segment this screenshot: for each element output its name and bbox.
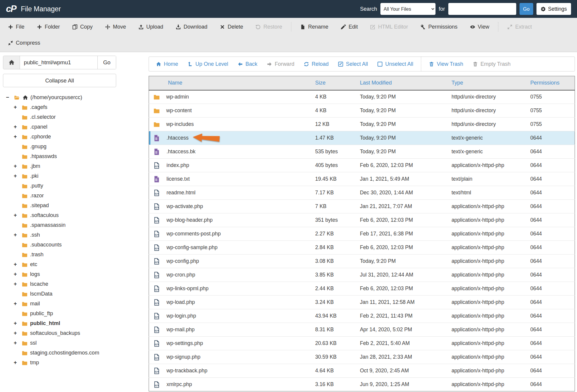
- toolbar-edit-button[interactable]: Edit: [335, 19, 364, 35]
- toolbar-delete-button[interactable]: Delete: [214, 19, 249, 35]
- tree-expand-icon[interactable]: +: [14, 232, 21, 238]
- column-header-last-modified[interactable]: Last Modified: [357, 76, 449, 90]
- tree-item-cagefs[interactable]: +.cagefs: [3, 102, 145, 112]
- nav-reload-button[interactable]: Reload: [299, 57, 333, 71]
- tree-expand-icon[interactable]: +: [14, 163, 21, 169]
- toolbar-folder-button[interactable]: Folder: [31, 19, 66, 35]
- file-row-wp-activate-php[interactable]: wp-activate.php7 KBJan 21, 2021, 7:07 AM…: [149, 200, 575, 213]
- tree-expand-icon[interactable]: +: [14, 281, 21, 287]
- file-row-license-txt[interactable]: license.txt19.45 KBJan 1, 2021, 5:49 AMt…: [149, 172, 575, 186]
- tree-item-sitepad[interactable]: .sitepad: [3, 201, 145, 210]
- tree-item-mail[interactable]: +mail: [3, 299, 145, 309]
- tree-collapse-icon[interactable]: −: [6, 94, 14, 101]
- nav-back-button[interactable]: Back: [233, 57, 262, 71]
- tree-item-subaccounts[interactable]: .subaccounts: [3, 240, 145, 250]
- file-row-wp-config-php[interactable]: wp-config.php3.08 KBToday, 9:20 PMapplic…: [149, 254, 575, 268]
- file-row-wp-blog-header-php[interactable]: wp-blog-header.php351 bytesFeb 6, 2020, …: [149, 213, 575, 227]
- nav-view-trash-button[interactable]: View Trash: [424, 57, 468, 71]
- toolbar-file-button[interactable]: File: [2, 19, 31, 35]
- tree-item-jbm[interactable]: +.jbm: [3, 161, 145, 171]
- search-input[interactable]: [448, 3, 516, 15]
- toolbar-copy-button[interactable]: Copy: [66, 19, 99, 35]
- file-row-wp-mail-php[interactable]: wp-mail.php8.31 KBApr 14, 2020, 5:02 PMa…: [149, 323, 575, 337]
- tree-expand-icon[interactable]: +: [14, 173, 21, 179]
- tree-item-cphorde[interactable]: +.cphorde: [3, 132, 145, 142]
- file-permissions: 0644: [528, 254, 575, 268]
- tree-item-cl-selector[interactable]: .cl.selector: [3, 112, 145, 122]
- file-row-wp-signup-php[interactable]: wp-signup.php30.59 KBJan 28, 2021, 2:33 …: [149, 350, 575, 364]
- tree-item-staging-cchostingdemos-com[interactable]: staging.cchostingdemos.com: [3, 348, 145, 358]
- file-row-wp-config-sample-php[interactable]: wp-config-sample.php2.84 KBFeb 6, 2020, …: [149, 241, 575, 254]
- nav-home-button[interactable]: Home: [151, 57, 183, 71]
- tree-expand-icon[interactable]: +: [14, 330, 21, 336]
- file-row-readme-html[interactable]: readme.html7.17 KBDec 30, 2020, 1:44 AMt…: [149, 186, 575, 200]
- tree-expand-icon[interactable]: +: [14, 271, 21, 277]
- tree-expand-icon[interactable]: +: [14, 212, 21, 218]
- tree-item-softaculous-backups[interactable]: +softaculous_backups: [3, 328, 145, 338]
- tree-item-spamassassin[interactable]: .spamassassin: [3, 220, 145, 230]
- file-row-wp-settings-php[interactable]: wp-settings.php20.63 KBFeb 2, 2021, 5:40…: [149, 337, 575, 350]
- tree-expand-icon[interactable]: +: [14, 320, 21, 327]
- toolbar-view-button[interactable]: View: [464, 19, 496, 35]
- file-row-wp-links-opml-php[interactable]: wp-links-opml.php2.44 KBFeb 6, 2020, 12:…: [149, 282, 575, 296]
- tree-item-trash[interactable]: .trash: [3, 250, 145, 260]
- settings-button[interactable]: Settings: [536, 3, 571, 15]
- tree-item-gnupg[interactable]: .gnupg: [3, 142, 145, 152]
- file-row-wp-login-php[interactable]: wp-login.php43.94 KBFeb 2, 2021, 11:43 P…: [149, 309, 575, 323]
- path-go-button[interactable]: Go: [97, 56, 116, 69]
- tree-item-tmp[interactable]: +tmp: [3, 358, 145, 368]
- file-row-wp-comments-post-php[interactable]: wp-comments-post.php2.27 KBFeb 17, 2021,…: [149, 227, 575, 241]
- column-header-permissions[interactable]: Permissions: [528, 76, 575, 90]
- tree-item-htpasswds[interactable]: .htpasswds: [3, 152, 145, 161]
- file-row-wp-includes[interactable]: wp-includes12 KBToday, 9:20 PMhttpd/unix…: [149, 118, 575, 131]
- tree-item-public-ftp[interactable]: public_ftp: [3, 309, 145, 318]
- nav-up-one-level-button[interactable]: Up One Level: [183, 57, 233, 71]
- search-scope-select[interactable]: All Your Files: [380, 3, 436, 15]
- toolbar-compress-button[interactable]: Compress: [2, 35, 46, 51]
- tree-item-lscmdata[interactable]: lscmData: [3, 289, 145, 299]
- file-row-index-php[interactable]: index.php405 bytesFeb 6, 2020, 12:03 PMa…: [149, 159, 575, 172]
- tree-item-ssh[interactable]: +.ssh: [3, 230, 145, 240]
- tree-item-logs[interactable]: +logs: [3, 269, 145, 279]
- tree-item-razor[interactable]: .razor: [3, 191, 145, 201]
- file-row-htaccess-bk[interactable]: .htaccess.bk535 bytesToday, 9:20 PMtext/…: [149, 145, 575, 159]
- tree-expand-icon[interactable]: +: [14, 104, 21, 110]
- nav-select-all-button[interactable]: Select All: [333, 57, 373, 71]
- file-row-wp-cron-php[interactable]: wp-cron.php3.85 KBJul 31, 2020, 12:44 AM…: [149, 268, 575, 282]
- tree-item-label: .subaccounts: [30, 242, 62, 248]
- search-go-button[interactable]: Go: [520, 3, 533, 15]
- toolbar-download-button[interactable]: Download: [169, 19, 214, 35]
- toolbar-permissions-button[interactable]: Permissions: [414, 19, 464, 35]
- tree-expand-icon[interactable]: +: [14, 261, 21, 268]
- tree-expand-icon[interactable]: +: [14, 134, 21, 140]
- tree-item-ssl[interactable]: +ssl: [3, 338, 145, 348]
- nav-unselect-all-button[interactable]: Unselect All: [373, 57, 418, 71]
- toolbar-upload-button[interactable]: Upload: [132, 19, 169, 35]
- file-row-wp-load-php[interactable]: wp-load.php3.24 KBJan 11, 2021, 12:58 AM…: [149, 296, 575, 309]
- tree-item-cpanel[interactable]: +.cpanel: [3, 122, 145, 132]
- tree-item-putty[interactable]: .putty: [3, 181, 145, 191]
- collapse-all-button[interactable]: Collapse All: [3, 74, 116, 87]
- tree-expand-icon[interactable]: +: [14, 301, 21, 307]
- file-row-xmlrpc-php[interactable]: xmlrpc.php3.16 KBJun 9, 2020, 1:25 AMapp…: [149, 378, 575, 391]
- tree-item-pki[interactable]: +.pki: [3, 171, 145, 181]
- column-header-name[interactable]: Name: [149, 76, 313, 90]
- tree-expand-icon[interactable]: +: [14, 124, 21, 130]
- tree-expand-icon[interactable]: +: [14, 360, 21, 366]
- file-row-wp-trackback-php[interactable]: wp-trackback.php4.64 KBOct 9, 2020, 2:45…: [149, 364, 575, 378]
- path-home-button[interactable]: [3, 56, 20, 69]
- toolbar-rename-button[interactable]: Rename: [294, 19, 335, 35]
- path-input[interactable]: [20, 56, 97, 69]
- tree-item-lscache[interactable]: +lscache: [3, 279, 145, 289]
- tree-expand-icon[interactable]: +: [14, 340, 21, 346]
- file-row-htaccess[interactable]: .htaccess1.47 KBToday, 9:20 PMtext/x-gen…: [149, 131, 575, 145]
- toolbar-move-button[interactable]: Move: [99, 19, 132, 35]
- tree-item-etc[interactable]: +etc: [3, 260, 145, 269]
- tree-item-softaculous[interactable]: +.softaculous: [3, 210, 145, 220]
- file-row-wp-content[interactable]: wp-content4 KBToday, 9:20 PMhttpd/unix-d…: [149, 104, 575, 118]
- tree-item-home-yourcpusercc[interactable]: −(/home/yourcpusercc): [3, 93, 145, 102]
- tree-item-public-html[interactable]: +public_html: [3, 318, 145, 328]
- column-header-type[interactable]: Type: [449, 76, 528, 90]
- column-header-size[interactable]: Size: [313, 76, 357, 90]
- file-row-wp-admin[interactable]: wp-admin4 KBToday, 9:20 PMhttpd/unix-dir…: [149, 90, 575, 104]
